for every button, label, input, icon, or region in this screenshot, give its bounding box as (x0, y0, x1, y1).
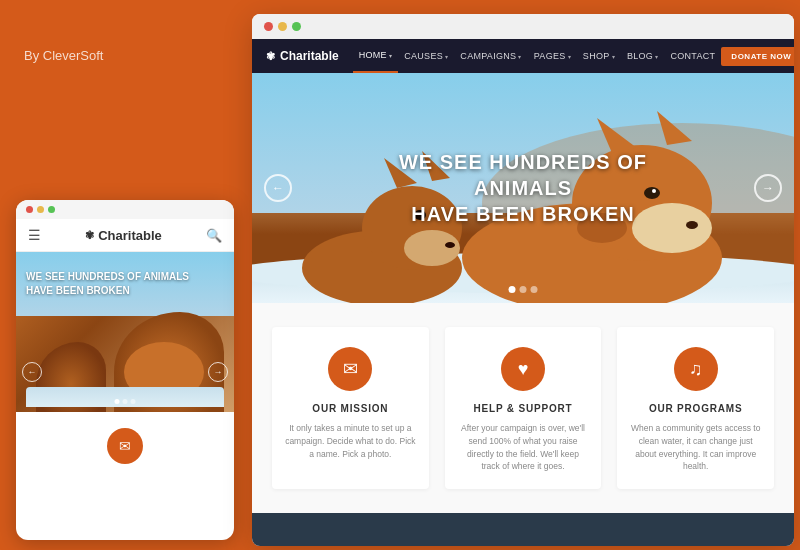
mobile-dot-green (48, 206, 55, 213)
support-icon-circle: ♥ (501, 347, 545, 391)
programs-desc: When a community gets access to clean wa… (629, 422, 762, 473)
chevron-down-icon: ▾ (568, 53, 571, 60)
desktop-nav-causes[interactable]: CAUSES ▾ (398, 39, 454, 73)
desktop-slide-dot-3[interactable] (531, 286, 538, 293)
donate-button[interactable]: DONATE NOW (721, 47, 794, 66)
desktop-navbar: ✾ Charitable HOME ▾ CAUSES ▾ CAMPAIGNS ▾… (252, 39, 794, 73)
mobile-slide-dot-1[interactable] (115, 399, 120, 404)
desktop-prev-arrow[interactable]: ← (264, 174, 292, 202)
desktop-nav-pages[interactable]: PAGES ▾ (528, 39, 577, 73)
desktop-dot-red (264, 22, 273, 31)
desktop-dot-yellow (278, 22, 287, 31)
mission-title: OUR MISSION (284, 403, 417, 414)
mobile-hero-line2: HAVE BEEN BROKEN (26, 285, 130, 296)
desktop-nav-links: HOME ▾ CAUSES ▾ CAMPAIGNS ▾ PAGES ▾ SHOP… (353, 39, 722, 73)
desktop-nav-campaigns[interactable]: CAMPAIGNS ▾ (454, 39, 527, 73)
desktop-mockup: ✾ Charitable HOME ▾ CAUSES ▾ CAMPAIGNS ▾… (252, 14, 794, 546)
mission-desc: It only takes a minute to set up a campa… (284, 422, 417, 460)
chevron-down-icon: ▾ (655, 53, 658, 60)
left-panel: Charitable Theme By CleverSoft ☰ ✾ Chari… (0, 0, 248, 550)
desktop-next-arrow[interactable]: → (754, 174, 782, 202)
feature-card-mission: ✉ OUR MISSION It only takes a minute to … (272, 327, 429, 489)
chevron-down-icon: ▾ (518, 53, 521, 60)
mobile-logo-text: Charitable (98, 228, 162, 243)
mobile-hero-text: WE SEE HUNDREDS OF ANIMALS HAVE BEEN BRO… (26, 270, 189, 298)
hamburger-icon[interactable]: ☰ (28, 227, 41, 243)
chevron-down-icon: ▾ (612, 53, 615, 60)
mobile-logo-icon: ✾ (85, 229, 94, 242)
desktop-slide-dot-1[interactable] (509, 286, 516, 293)
programs-title: OUR PROGRAMS (629, 403, 762, 414)
mobile-hero-arrows: ← → (16, 362, 234, 382)
mobile-hero-line1: WE SEE HUNDREDS OF ANIMALS (26, 271, 189, 282)
chevron-down-icon: ▾ (389, 52, 392, 59)
mobile-prev-arrow[interactable]: ← (22, 362, 42, 382)
desktop-hero: WE SEE HUNDREDS OF ANIMALS HAVE BEEN BRO… (252, 73, 794, 303)
mobile-dot-red (26, 206, 33, 213)
feature-card-programs: ♫ OUR PROGRAMS When a community gets acc… (617, 327, 774, 489)
desktop-logo: ✾ Charitable (266, 49, 339, 63)
desktop-titlebar (252, 14, 794, 39)
search-icon[interactable]: 🔍 (206, 228, 222, 243)
desktop-nav-shop[interactable]: SHOP ▾ (577, 39, 621, 73)
mobile-next-arrow[interactable]: → (208, 362, 228, 382)
mobile-dot-yellow (37, 206, 44, 213)
programs-icon: ♫ (689, 359, 703, 380)
heart-icon: ♥ (518, 359, 529, 380)
mission-icon: ✉ (343, 358, 358, 380)
desktop-dot-green (292, 22, 301, 31)
svg-point-19 (445, 242, 455, 248)
mobile-titlebar (16, 200, 234, 219)
feature-card-support: ♥ HELP & SUPPORT After your campaign is … (445, 327, 602, 489)
mobile-mockup: ☰ ✾ Charitable 🔍 WE SEE HUNDREDS OF ANIM… (16, 200, 234, 540)
desktop-slide-dot-2[interactable] (520, 286, 527, 293)
desktop-logo-icon: ✾ (266, 50, 275, 63)
svg-point-11 (686, 221, 698, 229)
chevron-down-icon: ▾ (445, 53, 448, 60)
features-section: ✉ OUR MISSION It only takes a minute to … (252, 303, 794, 513)
mobile-slide-dot-3[interactable] (131, 399, 136, 404)
svg-point-15 (404, 230, 460, 266)
mobile-mission-icon: ✉ (107, 428, 143, 464)
mobile-mission-section: ✉ (16, 412, 234, 472)
desktop-logo-text: Charitable (280, 49, 339, 63)
desktop-nav-contact[interactable]: CONTACT (664, 39, 721, 73)
desktop-hero-headline: WE SEE HUNDREDS OF ANIMALS HAVE BEEN BRO… (388, 149, 659, 227)
desktop-hero-dots (509, 286, 538, 293)
mobile-logo: ✾ Charitable (85, 228, 162, 243)
mobile-snow (26, 387, 224, 407)
desktop-hero-text: WE SEE HUNDREDS OF ANIMALS HAVE BEEN BRO… (388, 149, 659, 227)
mobile-navbar: ☰ ✾ Charitable 🔍 (16, 219, 234, 252)
support-title: HELP & SUPPORT (457, 403, 590, 414)
mobile-slide-dot-2[interactable] (123, 399, 128, 404)
desktop-nav-home[interactable]: HOME ▾ (353, 39, 399, 73)
bottom-section (252, 513, 794, 546)
mobile-hero: WE SEE HUNDREDS OF ANIMALS HAVE BEEN BRO… (16, 252, 234, 412)
mobile-hero-dots (115, 399, 136, 404)
programs-icon-circle: ♫ (674, 347, 718, 391)
support-desc: After your campaign is over, we'll send … (457, 422, 590, 473)
mission-icon-circle: ✉ (328, 347, 372, 391)
desktop-nav-blog[interactable]: BLOG ▾ (621, 39, 665, 73)
